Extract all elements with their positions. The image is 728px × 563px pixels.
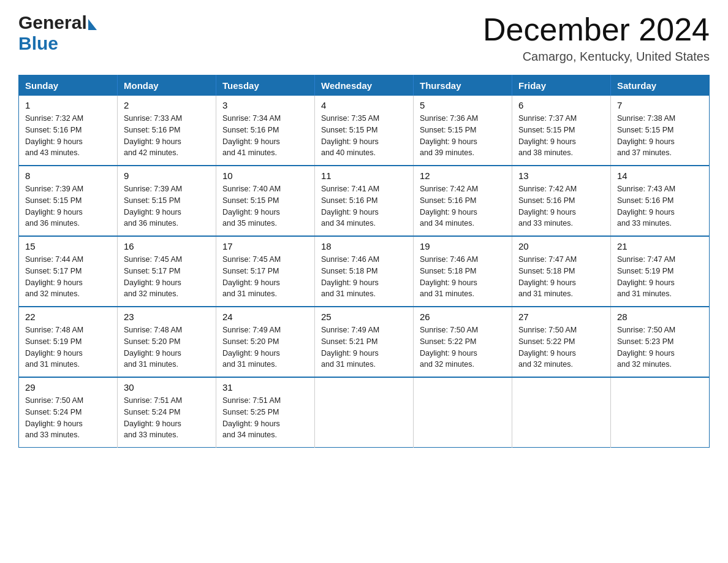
day-info: Sunrise: 7:35 AM Sunset: 5:15 PM Dayligh… [321,113,407,159]
calendar-cell: 25 Sunrise: 7:49 AM Sunset: 5:21 PM Dayl… [315,307,414,377]
calendar-cell: 15 Sunrise: 7:44 AM Sunset: 5:17 PM Dayl… [19,236,118,307]
day-info: Sunrise: 7:34 AM Sunset: 5:16 PM Dayligh… [222,113,308,159]
logo: General Blue [18,12,97,54]
calendar-cell: 23 Sunrise: 7:48 AM Sunset: 5:20 PM Dayl… [118,307,216,377]
day-info: Sunrise: 7:48 AM Sunset: 5:20 PM Dayligh… [124,324,210,370]
subtitle: Camargo, Kentucky, United States [483,50,710,64]
day-number: 21 [617,241,703,251]
day-info: Sunrise: 7:47 AM Sunset: 5:18 PM Dayligh… [518,254,604,300]
calendar-cell: 2 Sunrise: 7:33 AM Sunset: 5:16 PM Dayli… [118,96,216,166]
calendar-cell [414,377,512,448]
calendar-week-row: 1 Sunrise: 7:32 AM Sunset: 5:16 PM Dayli… [19,96,710,166]
day-number: 17 [222,241,308,251]
day-number: 14 [617,170,703,181]
day-info: Sunrise: 7:41 AM Sunset: 5:16 PM Dayligh… [321,183,407,229]
day-number: 19 [420,241,506,251]
page-title: December 2024 [483,12,710,47]
calendar-week-row: 29 Sunrise: 7:50 AM Sunset: 5:24 PM Dayl… [19,377,710,448]
day-info: Sunrise: 7:50 AM Sunset: 5:24 PM Dayligh… [25,395,111,441]
day-info: Sunrise: 7:43 AM Sunset: 5:16 PM Dayligh… [617,183,703,229]
day-info: Sunrise: 7:50 AM Sunset: 5:22 PM Dayligh… [420,324,506,370]
calendar-cell: 24 Sunrise: 7:49 AM Sunset: 5:20 PM Dayl… [216,307,315,377]
day-number: 15 [25,241,111,251]
calendar-cell: 30 Sunrise: 7:51 AM Sunset: 5:24 PM Dayl… [118,377,216,448]
day-number: 6 [518,100,604,110]
calendar-header-monday: Monday [118,75,216,96]
title-section: December 2024 Camargo, Kentucky, United … [483,12,710,64]
day-info: Sunrise: 7:38 AM Sunset: 5:15 PM Dayligh… [617,113,703,159]
day-info: Sunrise: 7:50 AM Sunset: 5:23 PM Dayligh… [617,324,703,370]
calendar-cell: 29 Sunrise: 7:50 AM Sunset: 5:24 PM Dayl… [19,377,118,448]
calendar-cell: 28 Sunrise: 7:50 AM Sunset: 5:23 PM Dayl… [611,307,710,377]
day-info: Sunrise: 7:32 AM Sunset: 5:16 PM Dayligh… [25,113,111,159]
calendar-week-row: 15 Sunrise: 7:44 AM Sunset: 5:17 PM Dayl… [19,236,710,307]
day-number: 23 [124,312,210,322]
calendar-header-saturday: Saturday [611,75,710,96]
day-number: 3 [222,100,308,110]
calendar-cell: 14 Sunrise: 7:43 AM Sunset: 5:16 PM Dayl… [611,166,710,236]
calendar-cell: 26 Sunrise: 7:50 AM Sunset: 5:22 PM Dayl… [414,307,512,377]
day-info: Sunrise: 7:45 AM Sunset: 5:17 PM Dayligh… [222,254,308,300]
calendar-header-wednesday: Wednesday [315,75,414,96]
calendar-cell: 16 Sunrise: 7:45 AM Sunset: 5:17 PM Dayl… [118,236,216,307]
calendar-cell: 21 Sunrise: 7:47 AM Sunset: 5:19 PM Dayl… [611,236,710,307]
day-number: 13 [518,170,604,181]
page-header: General Blue December 2024 Camargo, Kent… [18,12,710,64]
calendar-header-tuesday: Tuesday [216,75,315,96]
calendar-cell: 10 Sunrise: 7:40 AM Sunset: 5:15 PM Dayl… [216,166,315,236]
calendar-header-thursday: Thursday [414,75,512,96]
calendar-cell: 17 Sunrise: 7:45 AM Sunset: 5:17 PM Dayl… [216,236,315,307]
calendar-cell: 19 Sunrise: 7:46 AM Sunset: 5:18 PM Dayl… [414,236,512,307]
calendar-cell [512,377,611,448]
day-number: 10 [222,170,308,181]
calendar-cell: 13 Sunrise: 7:42 AM Sunset: 5:16 PM Dayl… [512,166,611,236]
day-info: Sunrise: 7:46 AM Sunset: 5:18 PM Dayligh… [420,254,506,300]
calendar-cell: 4 Sunrise: 7:35 AM Sunset: 5:15 PM Dayli… [315,96,414,166]
day-number: 25 [321,312,407,322]
day-number: 1 [25,100,111,110]
day-info: Sunrise: 7:48 AM Sunset: 5:19 PM Dayligh… [25,324,111,370]
calendar-cell: 12 Sunrise: 7:42 AM Sunset: 5:16 PM Dayl… [414,166,512,236]
day-info: Sunrise: 7:50 AM Sunset: 5:22 PM Dayligh… [518,324,604,370]
day-info: Sunrise: 7:39 AM Sunset: 5:15 PM Dayligh… [25,183,111,229]
day-number: 2 [124,100,210,110]
day-info: Sunrise: 7:40 AM Sunset: 5:15 PM Dayligh… [222,183,308,229]
calendar-header-row: SundayMondayTuesdayWednesdayThursdayFrid… [19,75,710,96]
day-info: Sunrise: 7:37 AM Sunset: 5:15 PM Dayligh… [518,113,604,159]
day-number: 20 [518,241,604,251]
calendar-cell: 8 Sunrise: 7:39 AM Sunset: 5:15 PM Dayli… [19,166,118,236]
calendar-cell: 11 Sunrise: 7:41 AM Sunset: 5:16 PM Dayl… [315,166,414,236]
calendar-cell: 27 Sunrise: 7:50 AM Sunset: 5:22 PM Dayl… [512,307,611,377]
calendar-week-row: 8 Sunrise: 7:39 AM Sunset: 5:15 PM Dayli… [19,166,710,236]
day-number: 8 [25,170,111,181]
day-info: Sunrise: 7:49 AM Sunset: 5:21 PM Dayligh… [321,324,407,370]
day-number: 4 [321,100,407,110]
day-number: 18 [321,241,407,251]
day-number: 22 [25,312,111,322]
calendar-cell: 3 Sunrise: 7:34 AM Sunset: 5:16 PM Dayli… [216,96,315,166]
day-info: Sunrise: 7:46 AM Sunset: 5:18 PM Dayligh… [321,254,407,300]
day-info: Sunrise: 7:51 AM Sunset: 5:25 PM Dayligh… [222,395,308,441]
logo-general-text: General [18,12,87,33]
day-info: Sunrise: 7:49 AM Sunset: 5:20 PM Dayligh… [222,324,308,370]
calendar-cell: 18 Sunrise: 7:46 AM Sunset: 5:18 PM Dayl… [315,236,414,307]
calendar-cell: 5 Sunrise: 7:36 AM Sunset: 5:15 PM Dayli… [414,96,512,166]
day-number: 27 [518,312,604,322]
calendar-cell [315,377,414,448]
day-number: 7 [617,100,703,110]
calendar-cell: 9 Sunrise: 7:39 AM Sunset: 5:15 PM Dayli… [118,166,216,236]
day-number: 28 [617,312,703,322]
calendar-header-sunday: Sunday [19,75,118,96]
calendar-table: SundayMondayTuesdayWednesdayThursdayFrid… [18,75,710,448]
day-info: Sunrise: 7:45 AM Sunset: 5:17 PM Dayligh… [124,254,210,300]
calendar-cell [611,377,710,448]
day-info: Sunrise: 7:44 AM Sunset: 5:17 PM Dayligh… [25,254,111,300]
calendar-cell: 20 Sunrise: 7:47 AM Sunset: 5:18 PM Dayl… [512,236,611,307]
day-info: Sunrise: 7:42 AM Sunset: 5:16 PM Dayligh… [518,183,604,229]
day-number: 16 [124,241,210,251]
logo-arrow-icon [88,19,97,30]
day-info: Sunrise: 7:51 AM Sunset: 5:24 PM Dayligh… [124,395,210,441]
calendar-cell: 1 Sunrise: 7:32 AM Sunset: 5:16 PM Dayli… [19,96,118,166]
day-info: Sunrise: 7:36 AM Sunset: 5:15 PM Dayligh… [420,113,506,159]
calendar-cell: 22 Sunrise: 7:48 AM Sunset: 5:19 PM Dayl… [19,307,118,377]
